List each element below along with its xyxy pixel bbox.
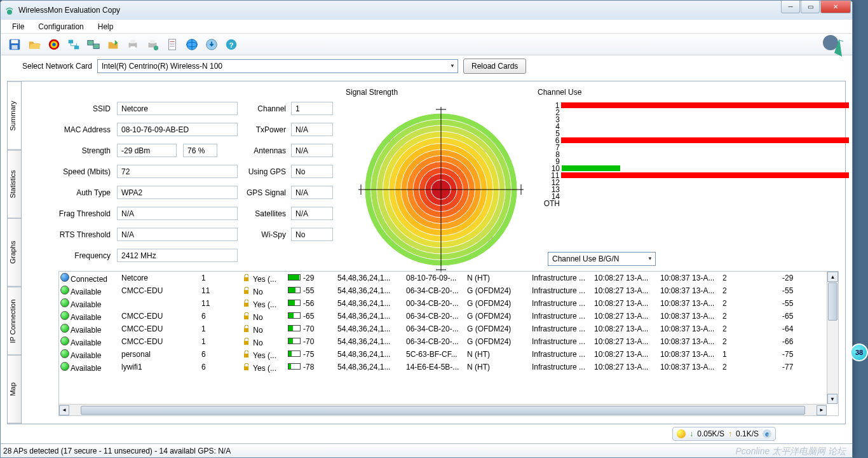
save-icon[interactable] — [7, 37, 22, 52]
target-icon[interactable] — [46, 37, 62, 52]
toolbar: ? — [1, 34, 852, 55]
table-row[interactable]: Available personal 6 Yes (... -75 54,48,… — [59, 348, 839, 361]
field-label: TxPower — [244, 125, 286, 134]
menubar: File Configuration Help — [1, 20, 852, 34]
tab-graphs[interactable]: Graphs — [8, 218, 22, 287]
channel-row: 14 — [538, 193, 849, 200]
fields-left-grid: SSID NetcoreMAC Address 08-10-76-09-AB-E… — [44, 98, 238, 266]
net-icon[interactable] — [66, 37, 81, 52]
table-row[interactable]: Available CMCC-EDU 1 No -70 54,48,36,24,… — [59, 335, 839, 348]
signal-bar-icon — [288, 325, 301, 331]
channel-use-chart: 1234567891011121314OTH — [538, 102, 849, 226]
networks-body[interactable]: Connected Netcore 1 Yes (... -29 54,48,3… — [59, 272, 839, 373]
table-row[interactable]: Connected Netcore 1 Yes (... -29 54,48,3… — [59, 272, 839, 284]
table-row[interactable]: Available 11 Yes (... -56 54,48,36,24,1.… — [59, 297, 839, 310]
tab-ip-connection[interactable]: IP Connection — [8, 287, 22, 356]
svg-rect-50 — [244, 328, 248, 332]
status-icon — [60, 273, 69, 282]
table-row[interactable]: Available CMCC-EDU 6 No -65 54,48,36,24,… — [59, 310, 839, 323]
minimize-button[interactable]: ─ — [781, 1, 800, 13]
field-value: 72 — [117, 165, 238, 178]
svg-rect-2 — [11, 39, 18, 43]
svg-rect-15 — [150, 39, 154, 43]
screens-icon[interactable] — [86, 37, 101, 52]
lock-icon — [243, 325, 248, 333]
up-speed: 0.1K/S — [736, 429, 759, 438]
svg-rect-49 — [244, 316, 248, 319]
export-icon[interactable] — [105, 37, 121, 52]
table-row[interactable]: Available CMCC-EDU 1 No -70 54,48,36,24,… — [59, 323, 839, 335]
v-thumb[interactable] — [828, 282, 837, 321]
h-thumb[interactable] — [81, 406, 805, 415]
status-icon — [60, 286, 69, 295]
svg-rect-3 — [11, 45, 17, 48]
reload-cards-button[interactable]: Reload Cards — [463, 59, 526, 74]
table-row[interactable]: Available CMCC-EDU 11 No -55 54,48,36,24… — [59, 284, 839, 297]
field-value: N/A — [291, 123, 333, 136]
svg-point-16 — [154, 45, 158, 50]
network-card-row: Select Network Card Intel(R) Centrino(R)… — [1, 55, 852, 77]
lock-icon — [243, 338, 248, 345]
channel-row: 1 — [538, 102, 849, 109]
download-icon[interactable] — [204, 37, 219, 52]
tab-map[interactable]: Map — [8, 355, 22, 424]
field-value: No — [291, 165, 333, 178]
signal-bar-icon — [288, 363, 301, 370]
open-icon[interactable] — [27, 37, 42, 52]
vertical-scrollbar[interactable]: ▲ ▼ — [827, 272, 838, 404]
field-value: 2412 MHz — [117, 249, 238, 262]
print-icon[interactable] — [125, 37, 140, 52]
tab-statistics[interactable]: Statistics — [8, 150, 22, 219]
network-card-select[interactable]: Intel(R) Centrino(R) Wireless-N 100 — [97, 59, 458, 73]
scroll-up-icon[interactable]: ▲ — [827, 272, 838, 282]
notification-bubble[interactable]: 38 — [850, 344, 868, 361]
globe-icon[interactable] — [184, 37, 200, 52]
svg-point-0 — [7, 10, 12, 15]
field-value: -29 dBm — [117, 144, 177, 157]
svg-rect-52 — [244, 354, 248, 357]
lock-icon — [243, 363, 248, 371]
channel-row: 11 — [538, 172, 849, 179]
status-icon — [60, 362, 69, 371]
svg-rect-53 — [244, 366, 248, 370]
titlebar[interactable]: WirelessMon Evaluation Copy ─ ▭ ✕ — [1, 1, 852, 20]
menu-file[interactable]: File — [6, 21, 31, 32]
channel-use-select[interactable]: Channel Use B/G/N — [548, 252, 656, 266]
horizontal-scrollbar[interactable]: ◄ ► — [59, 404, 827, 415]
channel-row: 2 — [538, 109, 849, 116]
scroll-left-icon[interactable]: ◄ — [59, 405, 69, 415]
window-title: WirelessMon Evaluation Copy — [18, 6, 120, 15]
field-label: SSID — [44, 104, 111, 113]
window-controls: ─ ▭ ✕ — [780, 1, 851, 13]
log-icon[interactable] — [165, 37, 180, 52]
field-label: Auth Type — [44, 188, 111, 197]
field-label: Wi-Spy — [244, 230, 286, 239]
maximize-button[interactable]: ▭ — [801, 1, 820, 13]
svg-point-27 — [823, 35, 838, 50]
table-row[interactable]: Available lywifi1 6 Yes (... -78 54,48,3… — [59, 361, 839, 373]
menu-help[interactable]: Help — [92, 21, 120, 32]
channel-row: 8 — [538, 151, 849, 158]
ie-icon[interactable]: e — [763, 429, 771, 438]
scroll-right-icon[interactable]: ► — [817, 405, 827, 415]
menu-configuration[interactable]: Configuration — [32, 21, 90, 32]
print2-icon[interactable] — [145, 37, 160, 52]
field-label: RTS Threshold — [44, 230, 111, 239]
scroll-down-icon[interactable]: ▼ — [827, 394, 837, 404]
field-value2: 76 % — [183, 144, 217, 157]
channel-row: 10 — [538, 165, 849, 172]
close-button[interactable]: ✕ — [820, 1, 851, 13]
help-icon[interactable]: ? — [224, 37, 239, 52]
field-value: N/A — [291, 144, 333, 157]
field-value: 1 — [291, 102, 333, 115]
svg-rect-48 — [244, 303, 248, 307]
svg-rect-46 — [244, 277, 248, 281]
field-label: Strength — [44, 146, 111, 155]
channel-row: 9 — [538, 158, 849, 165]
tab-summary[interactable]: Summary — [8, 81, 22, 150]
signal-strength-gauge — [352, 101, 530, 279]
net-meter: ↓0.05K/S ↑0.1K/S e — [672, 427, 776, 441]
svg-rect-12 — [130, 39, 135, 43]
vertical-tabs: Summary Statistics Graphs IP Connection … — [8, 81, 22, 424]
svg-rect-9 — [88, 40, 93, 45]
